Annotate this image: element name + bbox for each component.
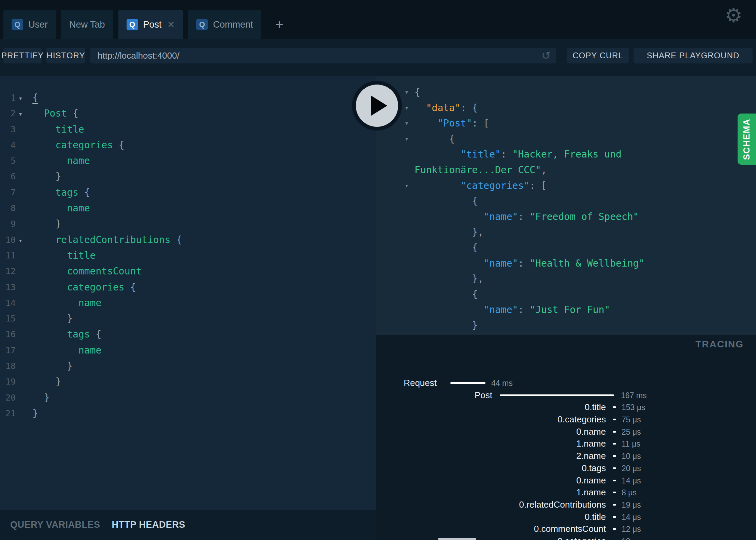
tracing-resolver-label: 0.categories bbox=[376, 535, 606, 540]
reload-schema-icon[interactable]: ↺ bbox=[541, 49, 551, 62]
tab-user[interactable]: QUser bbox=[3, 10, 56, 39]
tracing-duration-bar bbox=[500, 394, 614, 396]
tab-bar: QUserNew TabQPost✕QComment+ ⚙ bbox=[0, 0, 756, 39]
tracing-row: 1.name11 μs bbox=[376, 438, 756, 450]
tracing-duration-value: 25 μs bbox=[622, 426, 641, 438]
query-line: 3 title bbox=[0, 122, 376, 137]
query-code: tags { bbox=[32, 327, 101, 342]
tracing-row: 0.title153 μs bbox=[376, 401, 756, 414]
query-line: 11 title bbox=[0, 248, 376, 264]
fold-arrow-icon[interactable]: ▾ bbox=[18, 106, 23, 122]
tracing-resolver-label: 0.commentsCount bbox=[376, 523, 606, 535]
schema-side-tab[interactable]: SCHEMA bbox=[738, 114, 756, 165]
tracing-resolver-label: 1.name bbox=[376, 438, 606, 450]
endpoint-url-input[interactable] bbox=[90, 48, 556, 63]
query-code: name bbox=[32, 343, 101, 358]
execute-query-button[interactable] bbox=[352, 81, 402, 131]
response-line: ▾ "data": { bbox=[376, 100, 756, 116]
query-line: 14 name bbox=[0, 295, 376, 311]
query-code: relatedContributions { bbox=[32, 232, 182, 248]
tracing-duration-value: 10 μs bbox=[622, 450, 641, 463]
query-code: name bbox=[32, 200, 90, 216]
tracing-duration-dash bbox=[613, 419, 616, 420]
collapse-arrow-icon[interactable]: ▾ bbox=[405, 116, 409, 131]
line-number: 12 bbox=[0, 264, 16, 279]
prettify-button[interactable]: PRETTIFY bbox=[3, 48, 42, 63]
collapse-arrow-icon[interactable]: ▾ bbox=[405, 85, 409, 100]
tracing-duration-value: 153 μs bbox=[622, 401, 645, 414]
tracing-resolver-label: Post bbox=[376, 389, 492, 402]
new-tab-plus-button[interactable]: + bbox=[267, 10, 291, 39]
query-line: 17 name bbox=[0, 343, 376, 358]
line-number: 18 bbox=[0, 358, 16, 374]
response-code: "Post": [ bbox=[415, 116, 489, 131]
tab-new-tab[interactable]: New Tab bbox=[61, 10, 113, 39]
line-number: 14 bbox=[0, 295, 16, 311]
collapse-arrow-icon[interactable]: ▾ bbox=[405, 178, 409, 194]
close-tab-icon[interactable]: ✕ bbox=[168, 19, 175, 30]
line-number: 13 bbox=[0, 280, 16, 295]
response-line: Funktionäre...Der CCC", bbox=[376, 162, 756, 178]
settings-gear-icon[interactable]: ⚙ bbox=[725, 5, 742, 25]
editor-footer: QUERY VARIABLES HTTP HEADERS bbox=[0, 510, 376, 540]
query-code: name bbox=[32, 153, 90, 169]
response-line: ▾ "categories": [ bbox=[376, 178, 756, 194]
response-line: { bbox=[376, 240, 756, 256]
query-code: tags { bbox=[32, 185, 90, 200]
response-line: "name": "Freedom of Speech" bbox=[376, 209, 756, 225]
text-cursor bbox=[32, 103, 38, 104]
query-code: } bbox=[32, 216, 61, 232]
query-line: 8 name bbox=[0, 200, 376, 216]
fold-arrow-icon[interactable]: ▾ bbox=[18, 90, 23, 106]
response-line: ▾ "Post": [ bbox=[376, 116, 756, 131]
tracing-row: 2.name10 μs bbox=[376, 450, 756, 462]
tracing-duration-value: 14 μs bbox=[622, 511, 641, 524]
tracing-panel: TRACING Request44 msPost167 ms0.title153… bbox=[376, 335, 756, 540]
copy-curl-button[interactable]: COPY CURL bbox=[567, 48, 629, 63]
tracing-row: 0.title14 μs bbox=[376, 511, 756, 523]
fold-arrow-icon[interactable]: ▾ bbox=[18, 232, 23, 248]
response-line: "name": "Health & Wellbeing" bbox=[376, 256, 756, 271]
tracing-row: 0.name14 μs bbox=[376, 475, 756, 487]
query-line: 5 name bbox=[0, 153, 376, 169]
response-code: { bbox=[415, 193, 478, 209]
query-code: } bbox=[32, 311, 73, 327]
line-number: 11 bbox=[0, 248, 16, 264]
http-headers-tab[interactable]: HTTP HEADERS bbox=[112, 520, 186, 530]
history-button[interactable]: HISTORY bbox=[46, 48, 85, 63]
tracing-row: 1.name8 μs bbox=[376, 486, 756, 499]
schema-side-tab-label: SCHEMA bbox=[742, 118, 752, 160]
response-code: "name": "Just For Fun" bbox=[415, 302, 610, 318]
query-line: 16 tags { bbox=[0, 327, 376, 342]
query-variables-tab[interactable]: QUERY VARIABLES bbox=[10, 520, 100, 530]
play-icon bbox=[356, 85, 398, 127]
query-code: name bbox=[32, 295, 101, 311]
response-line: "name": "Just For Fun" bbox=[376, 302, 756, 318]
tracing-duration-dash bbox=[613, 492, 616, 493]
query-code: commentsCount bbox=[32, 264, 142, 279]
response-pane: ▾{▾ "data": {▾ "Post": [▾ { "title": "Ha… bbox=[376, 76, 756, 335]
tab-post[interactable]: QPost✕ bbox=[118, 10, 183, 39]
query-editor[interactable]: 1▾{2▾ Post {3 title4 categories {5 name6… bbox=[0, 76, 376, 510]
collapse-arrow-icon[interactable]: ▾ bbox=[405, 100, 409, 116]
tab-label: User bbox=[28, 19, 48, 30]
response-code: "categories": [ bbox=[415, 178, 547, 194]
line-number: 1 bbox=[0, 90, 16, 106]
endpoint-url-box: ↺ bbox=[90, 48, 556, 63]
tracing-duration-dash bbox=[613, 455, 616, 457]
query-line: 19 } bbox=[0, 374, 376, 390]
tracing-duration-dash bbox=[613, 406, 616, 408]
tracing-row: Post167 ms bbox=[376, 389, 756, 402]
tracing-scrollbar-thumb[interactable] bbox=[438, 538, 476, 540]
query-code: } bbox=[32, 358, 73, 374]
tab-comment[interactable]: QComment bbox=[188, 10, 261, 39]
share-playground-button[interactable]: SHARE PLAYGROUND bbox=[634, 48, 753, 63]
response-lines: ▾{▾ "data": {▾ "Post": [▾ { "title": "Ha… bbox=[376, 85, 756, 335]
collapse-arrow-icon[interactable]: ▾ bbox=[405, 131, 409, 147]
query-line: 4 categories { bbox=[0, 137, 376, 153]
tracing-duration-dash bbox=[613, 516, 616, 518]
line-number: 4 bbox=[0, 137, 16, 153]
tracing-duration-value: 167 ms bbox=[621, 389, 646, 402]
tracing-duration-value: 44 ms bbox=[491, 377, 513, 390]
query-code: categories { bbox=[32, 280, 136, 295]
